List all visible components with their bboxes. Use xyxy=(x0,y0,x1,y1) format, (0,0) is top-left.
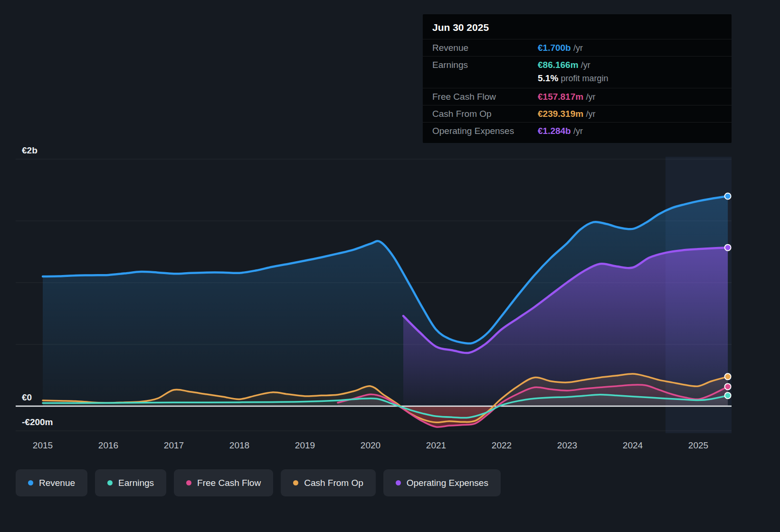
legend-label: Cash From Op xyxy=(304,478,363,488)
x-tick-label: 2015 xyxy=(33,440,53,450)
tooltip-row-value: €239.319m /yr xyxy=(538,109,722,119)
tooltip-row-value: 5.1% profit margin xyxy=(538,73,722,84)
legend-label: Earnings xyxy=(118,478,154,488)
tooltip-row-free-cash-flow: Free Cash Flow €157.817m /yr xyxy=(423,88,732,105)
legend-item-cash-from-op[interactable]: Cash From Op xyxy=(281,469,376,496)
series-endpoint-opex xyxy=(725,245,731,251)
x-tick-label: 2017 xyxy=(164,440,184,450)
free-cash-flow-dot-icon xyxy=(186,480,191,485)
tooltip-row-label: Operating Expenses xyxy=(432,126,538,136)
tooltip-row-operating-expenses: Operating Expenses €1.284b /yr xyxy=(423,122,732,139)
tooltip-row-label: Revenue xyxy=(432,43,538,53)
x-tick-label: 2019 xyxy=(295,440,315,450)
legend-item-revenue[interactable]: Revenue xyxy=(16,469,87,496)
tooltip-row-label: Cash From Op xyxy=(432,109,538,119)
tooltip-row-profit-margin: 5.1% profit margin xyxy=(423,73,732,88)
series-endpoint-revenue xyxy=(725,193,731,200)
value-unit: /yr xyxy=(581,60,590,70)
value-unit: /yr xyxy=(586,92,595,102)
value-unit: /yr xyxy=(573,43,583,53)
legend-item-earnings[interactable]: Earnings xyxy=(95,469,166,496)
profit-margin-value: 5.1% xyxy=(538,73,558,83)
earnings-value: €86.166m xyxy=(538,60,579,70)
tooltip-row-value: €1.700b /yr xyxy=(538,43,722,53)
x-tick-label: 2016 xyxy=(98,440,118,450)
x-tick-label: 2018 xyxy=(229,440,249,450)
tooltip-row-value: €86.166m /yr xyxy=(538,60,722,70)
y-tick-label: -€200m xyxy=(22,417,53,427)
tooltip-row-cash-from-op: Cash From Op €239.319m /yr xyxy=(423,105,732,122)
series-endpoint-cashop xyxy=(725,373,731,380)
cash-from-op-dot-icon xyxy=(293,480,298,485)
legend-item-free-cash-flow[interactable]: Free Cash Flow xyxy=(174,469,273,496)
free-cash-flow-value: €157.817m xyxy=(538,92,583,102)
cash-from-op-value: €239.319m xyxy=(538,109,583,119)
tooltip: Jun 30 2025 Revenue €1.700b /yr Earnings… xyxy=(423,14,732,143)
revenue-value: €1.700b xyxy=(538,43,571,53)
y-tick-label: €0 xyxy=(22,392,32,402)
y-tick-label: €2b xyxy=(22,145,38,155)
tooltip-date: Jun 30 2025 xyxy=(423,14,732,39)
x-tick-label: 2025 xyxy=(688,440,708,450)
x-tick-label: 2022 xyxy=(492,440,512,450)
operating-expenses-value: €1.284b xyxy=(538,126,571,136)
earnings-dot-icon xyxy=(107,480,113,485)
x-tick-label: 2020 xyxy=(361,440,380,450)
series-endpoint-earnings xyxy=(725,392,731,399)
tooltip-row-value: €157.817m /yr xyxy=(538,92,722,102)
legend-label: Operating Expenses xyxy=(407,478,488,488)
tooltip-row-label: Earnings xyxy=(432,60,538,70)
operating-expenses-dot-icon xyxy=(396,480,401,485)
tooltip-row-label: Free Cash Flow xyxy=(432,92,538,102)
value-unit: /yr xyxy=(586,109,595,119)
x-tick-label: 2023 xyxy=(557,440,577,450)
tooltip-row-earnings: Earnings €86.166m /yr xyxy=(423,56,732,73)
x-tick-label: 2021 xyxy=(426,440,446,450)
revenue-dot-icon xyxy=(28,480,33,485)
tooltip-row-value: €1.284b /yr xyxy=(538,126,722,136)
value-unit: /yr xyxy=(573,126,583,136)
series-endpoint-fcf xyxy=(725,383,731,390)
tooltip-row-revenue: Revenue €1.700b /yr xyxy=(423,39,732,56)
x-tick-label: 2024 xyxy=(623,440,643,450)
legend-item-operating-expenses[interactable]: Operating Expenses xyxy=(383,469,501,496)
profit-margin-label: profit margin xyxy=(561,74,609,83)
legend-label: Revenue xyxy=(39,478,75,488)
legend-label: Free Cash Flow xyxy=(197,478,261,488)
legend: Revenue Earnings Free Cash Flow Cash Fro… xyxy=(16,469,501,496)
